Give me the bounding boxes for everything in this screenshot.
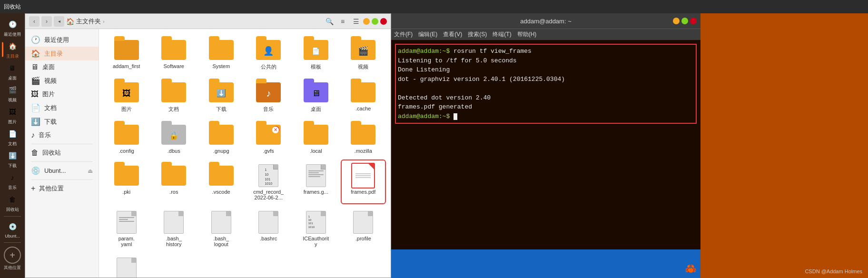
fm-item-iceauthority[interactable]: 1101011010 ICEauthority xyxy=(294,207,338,250)
fm-nav-pictures[interactable]: 🖼 图片 xyxy=(25,88,99,101)
dock-item-video[interactable]: 🎬 视频 xyxy=(2,83,23,104)
fm-item-addam-first[interactable]: addam_first xyxy=(105,35,148,73)
fm-nav-recent[interactable]: 🕐 最近使用 xyxy=(25,33,99,47)
fm-item-config[interactable]: .config xyxy=(105,119,148,157)
fm-nav-home[interactable]: 🏠 主目录 xyxy=(25,47,99,60)
fm-nav-music[interactable]: ♪ 音乐 xyxy=(25,129,99,142)
fm-item-cache[interactable]: .cache xyxy=(342,77,385,116)
dock-item-pictures[interactable]: 🖼 图片 xyxy=(2,105,23,126)
fm-minimize-button[interactable] xyxy=(363,18,370,25)
term-body[interactable]: addam@addam:~$ rosrun tf view_frames Lis… xyxy=(391,40,700,249)
fm-search-button[interactable]: 🔍 xyxy=(324,16,335,27)
dbus-folder-icon: 🔒 xyxy=(161,122,186,147)
term-menu-help[interactable]: 帮助(H) xyxy=(517,30,537,39)
pictures-label: 图片 xyxy=(121,106,132,113)
music-label: 音乐 xyxy=(263,106,274,113)
dock-separator xyxy=(4,216,21,217)
term-close-button[interactable] xyxy=(690,18,697,24)
terminal-window: addam@addam: ~ 文件(F) 编辑(E) 查看(V) 搜索(S) 终… xyxy=(391,13,700,278)
fm-item-cmd-record[interactable]: 1101011010 cmd_record_2022-06-2... xyxy=(247,160,291,203)
fm-nav-downloads[interactable]: ⬇️ 下载 xyxy=(25,115,99,129)
dock-item-recent[interactable]: 🕐 最近使用 xyxy=(2,17,23,38)
fm-item-music[interactable]: 音乐 xyxy=(247,77,291,116)
term-menu-view[interactable]: 查看(V) xyxy=(443,30,462,39)
file-manager-window: ‹ › ◂ 🏠 主文件夹 › 🔍 ≡ ☰ 🕐 最近使用 🏠 主 xyxy=(25,13,391,278)
dock-item-home[interactable]: 🏠 主目录 xyxy=(2,39,23,60)
fm-item-public[interactable]: 公共的 xyxy=(247,35,291,73)
iceauthority-label: ICEauthority xyxy=(303,236,329,247)
fm-item-pki[interactable]: .pki xyxy=(105,160,148,203)
fm-back-button[interactable]: ‹ xyxy=(29,16,39,27)
fm-menu-button[interactable]: ☰ xyxy=(351,16,361,27)
fm-close-button[interactable] xyxy=(380,18,387,25)
fm-item-template[interactable]: 模板 xyxy=(294,35,338,73)
fm-item-bash-logout[interactable]: .bash_logout xyxy=(199,207,243,250)
term-menu-file[interactable]: 文件(F) xyxy=(394,30,413,39)
eject-icon[interactable]: ⏏ xyxy=(88,168,93,174)
term-menu-search[interactable]: 搜索(S) xyxy=(468,30,487,39)
downloads-folder-icon xyxy=(209,80,234,105)
fm-item-vscode[interactable]: .vscode xyxy=(199,160,243,203)
param-yaml-icon xyxy=(114,210,139,235)
pictures-nav-icon: 🖼 xyxy=(31,90,39,99)
dock-item-ubuntu[interactable]: 💿 Ubunt... xyxy=(2,218,23,239)
fm-item-mozilla[interactable]: .mozilla xyxy=(342,119,385,157)
fm-nav-video[interactable]: 🎬 视频 xyxy=(25,74,99,88)
fm-item-sudo-as[interactable]: .sudo_as_admin_successful xyxy=(105,254,148,278)
fm-body: 🕐 最近使用 🏠 主目录 🖥 桌面 🎬 视频 🖼 图片 📄 文档 xyxy=(25,29,391,278)
term-minimize-button[interactable] xyxy=(673,18,680,24)
dock-item-trash[interactable]: 🗑 回收站 xyxy=(2,192,23,213)
fm-maximize-button[interactable] xyxy=(372,18,378,25)
fm-item-system[interactable]: System xyxy=(199,35,243,73)
term-maximize-button[interactable] xyxy=(681,18,688,24)
pki-label: .pki xyxy=(122,189,130,195)
fm-item-ros[interactable]: .ros xyxy=(152,160,196,203)
dock-item-music[interactable]: ♪ 音乐 xyxy=(2,170,23,191)
term-line-3: Done Listening xyxy=(398,65,694,75)
fm-nav-ubuntu[interactable]: 💿 Ubunt... ⏏ xyxy=(25,164,99,178)
fm-item-param-yaml[interactable]: param.yaml xyxy=(105,207,148,250)
cache-label: .cache xyxy=(355,106,371,111)
fm-item-gnupg[interactable]: .gnupg xyxy=(199,119,243,157)
term-output-highlight: addam@addam:~$ rosrun tf view_frames Lis… xyxy=(395,44,697,124)
fm-item-pictures[interactable]: 图片 xyxy=(105,77,148,116)
mozilla-folder-icon xyxy=(351,122,375,147)
fm-nav-desktop[interactable]: 🖥 桌面 xyxy=(25,60,99,74)
fm-toolbar-right: 🔍 ≡ ☰ xyxy=(324,16,361,27)
fm-nav-other[interactable]: + 其他位置 xyxy=(25,182,99,195)
fm-list-view-button[interactable]: ≡ xyxy=(337,16,348,27)
dock-add-button[interactable]: + xyxy=(4,247,21,264)
fm-item-bash-history[interactable]: .bash_history xyxy=(152,207,196,250)
fm-nav-separator xyxy=(31,144,93,144)
gnupg-folder-icon xyxy=(209,122,234,147)
dock-item-docs[interactable]: 📄 文档 xyxy=(2,127,23,148)
dock-item-downloads[interactable]: ⬇️ 下载 xyxy=(2,149,23,169)
fm-item-frames-pdf[interactable]: frames.pdf xyxy=(342,160,385,203)
music-icon: ♪ xyxy=(6,171,19,184)
fm-nav-trash[interactable]: 🗑 回收站 xyxy=(25,146,99,159)
term-menu-terminal[interactable]: 终端(T) xyxy=(493,30,511,39)
dock-label-home: 主目录 xyxy=(6,53,19,60)
cache-folder-icon xyxy=(351,80,375,105)
fm-parent-button[interactable]: ◂ xyxy=(54,16,64,27)
dock-label-video: 视频 xyxy=(8,97,17,103)
fm-window-buttons xyxy=(363,18,387,25)
dock: 🕐 最近使用 🏠 主目录 🖥 桌面 🎬 视频 🖼 图片 📄 文档 ⬇️ 下载 ♪… xyxy=(0,13,25,278)
fm-item-docs[interactable]: 文档 xyxy=(152,77,196,116)
downloads-label: 下载 xyxy=(216,106,227,113)
term-menu-edit[interactable]: 编辑(E) xyxy=(418,30,437,39)
fm-item-software[interactable]: Software xyxy=(152,35,196,73)
fm-item-frames-g[interactable]: frames.g... xyxy=(294,160,338,203)
fm-item-dbus[interactable]: 🔒 .dbus xyxy=(152,119,196,157)
dock-separator-2 xyxy=(4,242,21,243)
fm-item-bashrc[interactable]: .bashrc xyxy=(247,207,291,250)
fm-item-profile[interactable]: .profile xyxy=(342,207,385,250)
fm-nav-docs[interactable]: 📄 文档 xyxy=(25,101,99,115)
dock-item-desktop[interactable]: 🖥 桌面 xyxy=(2,61,23,82)
fm-item-local[interactable]: .local xyxy=(294,119,338,157)
fm-item-desktop-folder[interactable]: 🖥 桌面 xyxy=(294,77,338,116)
fm-forward-button[interactable]: › xyxy=(41,16,52,27)
fm-item-downloads[interactable]: 下载 xyxy=(199,77,243,116)
fm-item-video[interactable]: 视频 xyxy=(342,35,385,73)
fm-item-gvfs[interactable]: ✕ .gvfs xyxy=(247,119,291,157)
